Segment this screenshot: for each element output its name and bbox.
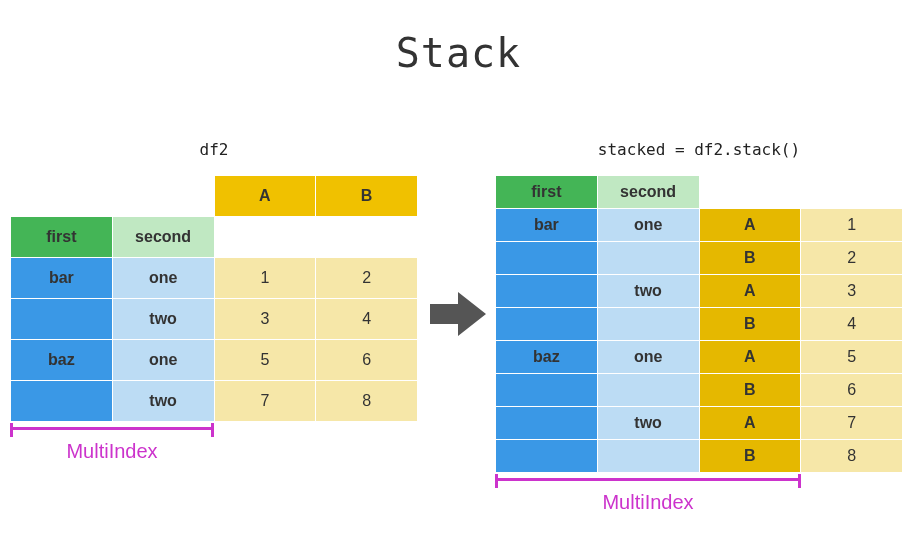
index-name-first: first bbox=[496, 176, 598, 209]
blank-cell bbox=[699, 176, 801, 209]
index-first-empty bbox=[11, 381, 113, 422]
table-row: first second bbox=[496, 176, 903, 209]
multiindex-bracket bbox=[495, 477, 903, 491]
index-name-second: second bbox=[112, 217, 214, 258]
table-row: baz one A 5 bbox=[496, 341, 903, 374]
left-caption: df2 bbox=[10, 140, 418, 159]
index-second: one bbox=[597, 341, 699, 374]
cell-value: 1 bbox=[801, 209, 903, 242]
cell-value: 5 bbox=[214, 340, 316, 381]
index-second: two bbox=[112, 381, 214, 422]
table-row: baz one 5 6 bbox=[11, 340, 418, 381]
index-second: two bbox=[597, 275, 699, 308]
cell-value: 5 bbox=[801, 341, 903, 374]
blank-cell bbox=[11, 176, 113, 217]
stacked-col: A bbox=[699, 209, 801, 242]
index-first: baz bbox=[11, 340, 113, 381]
blank-cell bbox=[214, 217, 316, 258]
index-second: one bbox=[597, 209, 699, 242]
index-second: one bbox=[112, 340, 214, 381]
stacked-col: B bbox=[699, 374, 801, 407]
table-row: first second bbox=[11, 217, 418, 258]
stacked-col: B bbox=[699, 440, 801, 473]
table-row: bar one A 1 bbox=[496, 209, 903, 242]
multiindex-label: MultiIndex bbox=[495, 491, 801, 514]
cell-value: 4 bbox=[316, 299, 418, 340]
index-first: bar bbox=[11, 258, 113, 299]
right-table: first second bar one A 1 B 2 two A bbox=[495, 175, 903, 473]
blank-cell bbox=[316, 217, 418, 258]
table-row: bar one 1 2 bbox=[11, 258, 418, 299]
cell-value: 6 bbox=[316, 340, 418, 381]
index-second: two bbox=[597, 407, 699, 440]
cell-value: 2 bbox=[316, 258, 418, 299]
table-row: two A 7 bbox=[496, 407, 903, 440]
cell-value: 8 bbox=[316, 381, 418, 422]
stacked-col: A bbox=[699, 341, 801, 374]
index-name-first: first bbox=[11, 217, 113, 258]
table-row: two A 3 bbox=[496, 275, 903, 308]
blank-cell bbox=[112, 176, 214, 217]
left-panel: df2 A B first second bar one 1 2 bbox=[10, 140, 418, 463]
cell-value: 7 bbox=[214, 381, 316, 422]
index-second-empty bbox=[597, 308, 699, 341]
index-first-empty bbox=[496, 308, 598, 341]
index-name-second: second bbox=[597, 176, 699, 209]
cell-value: 1 bbox=[214, 258, 316, 299]
arrow-icon bbox=[430, 290, 486, 338]
col-header: B bbox=[316, 176, 418, 217]
table-row: B 4 bbox=[496, 308, 903, 341]
index-first-empty bbox=[11, 299, 113, 340]
index-first-empty bbox=[496, 275, 598, 308]
index-first: baz bbox=[496, 341, 598, 374]
table-row: two 7 8 bbox=[11, 381, 418, 422]
index-second: two bbox=[112, 299, 214, 340]
index-first: bar bbox=[496, 209, 598, 242]
table-row: two 3 4 bbox=[11, 299, 418, 340]
stacked-col: A bbox=[699, 275, 801, 308]
cell-value: 7 bbox=[801, 407, 903, 440]
stacked-col: B bbox=[699, 308, 801, 341]
stacked-col: A bbox=[699, 407, 801, 440]
index-first-empty bbox=[496, 407, 598, 440]
stacked-col: B bbox=[699, 242, 801, 275]
cell-value: 2 bbox=[801, 242, 903, 275]
index-second-empty bbox=[597, 440, 699, 473]
cell-value: 4 bbox=[801, 308, 903, 341]
table-row: A B bbox=[11, 176, 418, 217]
index-first-empty bbox=[496, 374, 598, 407]
index-second: one bbox=[112, 258, 214, 299]
index-first-empty bbox=[496, 242, 598, 275]
right-caption: stacked = df2.stack() bbox=[495, 140, 903, 159]
cell-value: 8 bbox=[801, 440, 903, 473]
cell-value: 6 bbox=[801, 374, 903, 407]
index-first-empty bbox=[496, 440, 598, 473]
page-title: Stack bbox=[0, 30, 917, 76]
right-panel: stacked = df2.stack() first second bar o… bbox=[495, 140, 903, 514]
left-table: A B first second bar one 1 2 two 3 4 bbox=[10, 175, 418, 422]
blank-cell bbox=[801, 176, 903, 209]
index-second-empty bbox=[597, 242, 699, 275]
table-row: B 6 bbox=[496, 374, 903, 407]
table-row: B 2 bbox=[496, 242, 903, 275]
cell-value: 3 bbox=[214, 299, 316, 340]
index-second-empty bbox=[597, 374, 699, 407]
table-row: B 8 bbox=[496, 440, 903, 473]
multiindex-label: MultiIndex bbox=[10, 440, 214, 463]
cell-value: 3 bbox=[801, 275, 903, 308]
multiindex-bracket bbox=[10, 426, 418, 440]
col-header: A bbox=[214, 176, 316, 217]
